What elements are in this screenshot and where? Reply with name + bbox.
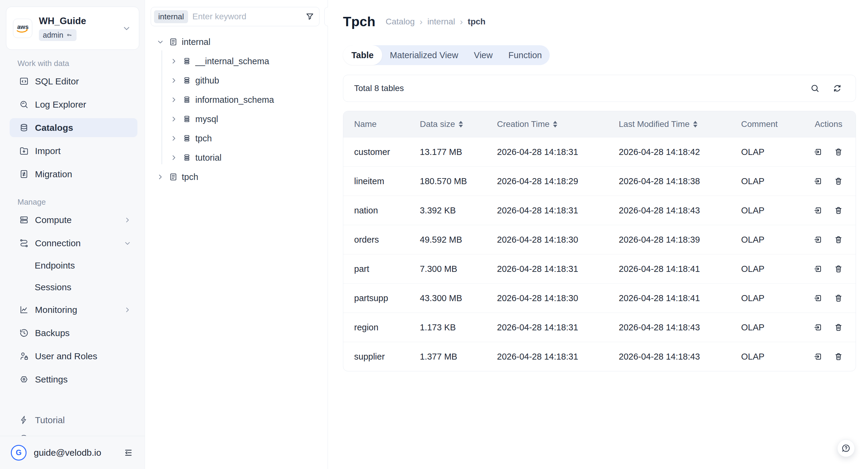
export-table-button[interactable] (813, 147, 823, 156)
page-title: Tpch (343, 14, 375, 30)
search-tables-button[interactable] (810, 84, 820, 93)
chevron-right-icon[interactable] (169, 57, 179, 65)
user-email: guide@velodb.io (34, 447, 116, 458)
tree-search-input[interactable] (192, 12, 301, 22)
sidebar-item-import[interactable]: Import (10, 142, 137, 160)
export-table-button[interactable] (813, 293, 823, 303)
sidebar-item-monitoring[interactable]: Monitoring (10, 300, 137, 319)
export-table-button[interactable] (813, 264, 823, 273)
filter-icon[interactable] (305, 12, 314, 21)
tab-function[interactable]: Function (501, 45, 550, 65)
compute-icon (19, 215, 29, 225)
sidebar-item-compute[interactable]: Compute (10, 210, 137, 229)
tree-search-box[interactable]: internal (151, 7, 319, 26)
export-table-button[interactable] (813, 235, 823, 244)
column-header-creation-time[interactable]: Creation Time (497, 119, 619, 129)
column-header-comment: Comment (741, 119, 813, 129)
chevron-right-icon[interactable] (156, 173, 165, 181)
delete-table-button[interactable] (834, 235, 843, 244)
sidebar-item-catalogs[interactable]: Catalogs (10, 118, 137, 137)
cell-creation-time: 2026-04-28 14:18:31 (497, 147, 619, 157)
schema-icon (182, 57, 191, 66)
cell-actions (813, 352, 856, 361)
cell-actions (813, 323, 856, 332)
catalog-icon (169, 37, 178, 46)
main-content: Tpch Catalog › internal › tpch Table Mat… (328, 0, 868, 469)
export-table-button[interactable] (813, 206, 823, 215)
chevron-right-icon (124, 306, 131, 314)
sort-icon[interactable] (553, 121, 557, 127)
sidebar-item-label: Catalogs (35, 123, 73, 133)
tab-table[interactable]: Table (343, 45, 382, 65)
breadcrumb-item[interactable]: internal (427, 17, 455, 27)
cell-actions (813, 177, 856, 186)
cell-last-modified-time: 2026-04-28 14:18:43 (619, 322, 741, 333)
sidebar-item-backups[interactable]: Backups (10, 323, 137, 342)
export-table-button[interactable] (813, 323, 823, 332)
sidebar-item-settings[interactable]: Settings (10, 370, 137, 389)
cell-creation-time: 2026-04-28 14:18:31 (497, 352, 619, 362)
table-toolbar: Total 8 tables (343, 75, 856, 102)
cell-creation-time: 2026-04-28 14:18:29 (497, 176, 619, 186)
sidebar-item-migration[interactable]: Migration (10, 164, 137, 184)
tree-node-schema[interactable]: mysql (145, 110, 328, 129)
cell-creation-time: 2026-04-28 14:18:30 (497, 235, 619, 245)
tree-node-schema[interactable]: __internal_schema (145, 52, 328, 71)
cell-name: partsupp (354, 293, 420, 303)
chevron-right-icon[interactable] (169, 115, 179, 123)
sidebar-item-user-and-roles[interactable]: User and Roles (10, 347, 137, 366)
user-menu[interactable]: G guide@velodb.io (0, 436, 145, 469)
cell-comment: OLAP (741, 322, 813, 333)
tree-node-label: tpch (182, 172, 198, 182)
export-table-button[interactable] (813, 177, 823, 186)
delete-table-button[interactable] (834, 293, 843, 303)
sidebar-item-sql-editor[interactable]: SQL Editor (10, 72, 137, 91)
tab-materialized-view[interactable]: Materialized View (382, 45, 466, 65)
sidebar-item-connection[interactable]: Connection (10, 233, 137, 253)
chevron-right-icon (124, 216, 131, 224)
tree-node-schema[interactable]: github (145, 71, 328, 90)
delete-table-button[interactable] (834, 323, 843, 332)
chevron-right-icon[interactable] (169, 154, 179, 162)
refresh-tables-button[interactable] (832, 84, 842, 93)
sort-icon[interactable] (693, 121, 698, 127)
chevron-right-icon[interactable] (169, 96, 179, 104)
tree-node-tpch-catalog[interactable]: tpch (145, 167, 328, 187)
log-explorer-icon (19, 99, 29, 110)
column-header-last-modified-time[interactable]: Last Modified Time (619, 119, 741, 129)
column-header-data-size[interactable]: Data size (420, 119, 497, 129)
sort-icon[interactable] (459, 121, 463, 127)
delete-table-button[interactable] (834, 147, 843, 156)
tree-node-schema[interactable]: tpch (145, 129, 328, 148)
delete-table-button[interactable] (834, 177, 843, 186)
chevron-right-icon[interactable] (169, 134, 179, 142)
delete-table-button[interactable] (834, 206, 843, 215)
cell-name: part (354, 264, 420, 274)
tree-node-internal[interactable]: internal (145, 32, 328, 52)
delete-table-button[interactable] (834, 352, 843, 361)
sidebar-item-label: Backups (35, 328, 70, 338)
page-header: Tpch Catalog › internal › tpch (343, 13, 856, 30)
collapse-sidebar-button[interactable] (124, 448, 133, 458)
column-header-actions: Actions (813, 119, 856, 129)
delete-table-button[interactable] (834, 264, 843, 273)
cell-data-size: 49.592 MB (420, 235, 497, 245)
export-table-button[interactable] (813, 352, 823, 361)
tree-node-schema[interactable]: tutorial (145, 148, 328, 167)
filter-tag[interactable]: internal (154, 10, 188, 23)
workspace-switcher[interactable]: aws WH_Guide admin (6, 7, 139, 50)
tables-table: Name Data size Creation Time Last Modifi… (343, 111, 856, 371)
sidebar-item-tutorial[interactable]: Tutorial (10, 410, 137, 430)
breadcrumb-item[interactable]: Catalog (386, 17, 415, 27)
sidebar-subitem-endpoints[interactable]: Endpoints (10, 257, 137, 274)
sidebar-subitem-sessions[interactable]: Sessions (10, 279, 137, 296)
chevron-down-icon[interactable] (156, 38, 165, 46)
tab-view[interactable]: View (466, 45, 500, 65)
help-button[interactable] (837, 439, 855, 457)
chevron-right-icon[interactable] (169, 76, 179, 84)
table-row: partsupp 43.300 MB 2026-04-28 14:18:30 2… (343, 283, 856, 313)
sidebar-item-log-explorer[interactable]: Log Explorer (10, 95, 137, 114)
backups-icon (19, 328, 29, 338)
sidebar-item-label: Import (35, 146, 61, 156)
tree-node-schema[interactable]: information_schema (145, 90, 328, 110)
